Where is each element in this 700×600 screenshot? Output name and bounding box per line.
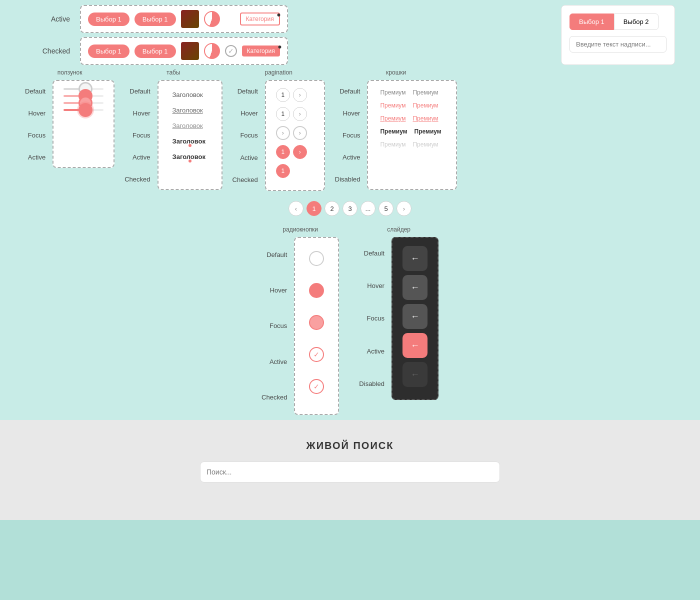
pie-chart [204, 11, 220, 27]
tab-default[interactable]: Заголовок [168, 88, 212, 102]
radio-state-checked: Checked [262, 384, 287, 410]
crumb-hover-2[interactable]: Премиум [410, 101, 440, 110]
radio-btn-1[interactable]: Выбор 1 [570, 14, 614, 30]
pagination-state-hover: Hover [232, 102, 258, 124]
slider-state-focus: Focus [359, 304, 384, 333]
pag-prev[interactable]: ‹ [288, 201, 304, 216]
page-arrow-hover[interactable]: › [293, 107, 307, 121]
arrow-focus[interactable]: ← [402, 304, 428, 329]
radio-state-active: Active [262, 349, 287, 374]
pag-next[interactable]: › [396, 201, 412, 216]
radio-states: Default Hover Focus Active Checked [262, 237, 287, 415]
image-thumb-checked [181, 42, 199, 60]
wybor1-active-btn[interactable]: Выбор 1 [88, 12, 130, 26]
wybor1-checked-btn[interactable]: Выбор 1 [88, 44, 130, 58]
crumb-active-2[interactable]: Премиум [412, 127, 444, 136]
tabs-title: табы [166, 69, 180, 76]
pagination-states: Default Hover Focus Active Checked [232, 80, 258, 191]
crumb-default-1[interactable]: Премиум [378, 88, 408, 97]
radio-circle-active[interactable]: ✓ [309, 347, 324, 362]
crumb-hover-1[interactable]: Премиум [378, 101, 408, 110]
crumb-hover-row: Премиум Премиум [378, 101, 446, 110]
crumb-focus-row: Премиум Премиум [378, 114, 446, 123]
pag-2[interactable]: 2 [324, 201, 340, 216]
radiobuttons-section: радиокнопки Default Hover Focus Active C… [262, 226, 339, 415]
kroshki-state-active: Active [335, 146, 360, 168]
kroshki-state-disabled: Disabled [335, 168, 360, 190]
pagination-panel: 1 › 1 › › › 1 › [265, 80, 325, 191]
page-arrow-focus-left[interactable]: › [276, 126, 290, 140]
tab-active[interactable]: Заголовок [168, 134, 212, 148]
radio-circle-focus[interactable] [309, 315, 324, 330]
polzunok-states: Default Hover Focus Active [25, 80, 46, 168]
text-input[interactable] [570, 36, 666, 52]
radio-circle-hover[interactable] [309, 283, 324, 298]
pagination-section: pagination Default Hover Focus Active Ch… [232, 69, 325, 191]
page-arrow-focus-right[interactable]: › [293, 126, 307, 140]
kroshki-states: Default Hover Focus Active Disabled [335, 80, 360, 190]
arrow-active[interactable]: ← [402, 333, 428, 358]
slider-title: слайдер [387, 226, 410, 233]
arrow-disabled: ← [402, 362, 428, 387]
wybor1-active-btn2[interactable]: Выбор 1 [134, 12, 176, 26]
active-state-label: Active [25, 15, 75, 23]
radiobuttons-title: радиокнопки [282, 226, 318, 233]
kroshki-state-hover: Hover [335, 102, 360, 124]
radio-circle-checked[interactable]: ✓ [309, 379, 324, 394]
pag-5[interactable]: 5 [378, 201, 394, 216]
arrow-default[interactable]: ← [402, 246, 428, 271]
slider-state-active: Active [359, 336, 384, 366]
radio-checked: ✓ [307, 374, 326, 399]
knob-active[interactable] [78, 103, 92, 117]
slider-arrows-panel: ← ← ← ← ← [392, 237, 438, 400]
kroshki-title: крошки [386, 69, 406, 76]
page-num-default[interactable]: 1 [276, 88, 290, 102]
radio-checkmark-active: ✓ [312, 350, 320, 358]
tabs-section: табы Default Hover Focus Active Checked … [124, 69, 222, 190]
crumb-default-2[interactable]: Премиум [410, 88, 440, 97]
pagination-state-default: Default [232, 80, 258, 102]
crumb-focus-1[interactable]: Премиум [378, 114, 408, 123]
pag-3[interactable]: 3 [342, 201, 358, 216]
tabs-states: Default Hover Focus Active Checked [124, 80, 150, 190]
search-input[interactable] [206, 468, 494, 476]
tabs-state-focus: Focus [124, 124, 150, 146]
right-input-panel: Выбор 1 Выбор 2 [561, 5, 675, 65]
pagination-state-checked: Checked [232, 169, 258, 191]
slider-state-hover: Hover [359, 272, 384, 300]
radio-state-focus: Focus [262, 314, 287, 338]
radio-circle-default[interactable] [309, 251, 324, 266]
page-num-hover[interactable]: 1 [276, 107, 290, 121]
radio-checkmark-checked: ✓ [312, 382, 320, 390]
crumb-active-1[interactable]: Премиум [378, 127, 409, 136]
crumb-focus-2[interactable]: Премиум [410, 114, 440, 123]
tabs-state-checked: Checked [124, 168, 150, 190]
category-outline-tag: Категория ● [240, 12, 280, 26]
arrow-hover[interactable]: ← [402, 275, 428, 300]
tab-checked[interactable]: Заголовок [168, 150, 212, 164]
search-section: ЖИВОЙ ПОИСК [0, 420, 700, 520]
state-default: Default [25, 80, 46, 102]
kroshki-state-default: Default [335, 80, 360, 102]
pagination-bar: ‹ 1 2 3 ... 5 › [25, 201, 675, 216]
polzunok-section: ползунок Default Hover Focus Active [25, 69, 114, 168]
polzunok-panel [52, 80, 114, 168]
page-num-active[interactable]: 1 [276, 145, 290, 159]
wybor1-checked-btn2[interactable]: Выбор 1 [134, 44, 176, 58]
radio-btn-2[interactable]: Выбор 2 [614, 14, 658, 30]
page-arrow-default[interactable]: › [293, 88, 307, 102]
page-arrow-active[interactable]: › [293, 145, 307, 159]
image-thumb [181, 10, 199, 28]
search-box [200, 462, 500, 482]
tab-focus[interactable]: Заголовок [168, 119, 212, 132]
pagination-state-active: Active [232, 146, 258, 168]
crumb-active-row: Премиум Премиум [378, 127, 446, 136]
tab-hover[interactable]: Заголовок [168, 104, 212, 117]
pag-1[interactable]: 1 [306, 201, 322, 216]
page-hover-row: 1 › [276, 107, 314, 121]
checked-state-label: Checked [25, 47, 75, 55]
page-num-checked[interactable]: 1 [276, 164, 290, 178]
radio-hover [307, 278, 326, 303]
page-active-row: 1 › [276, 145, 314, 159]
radio-default [307, 246, 326, 271]
